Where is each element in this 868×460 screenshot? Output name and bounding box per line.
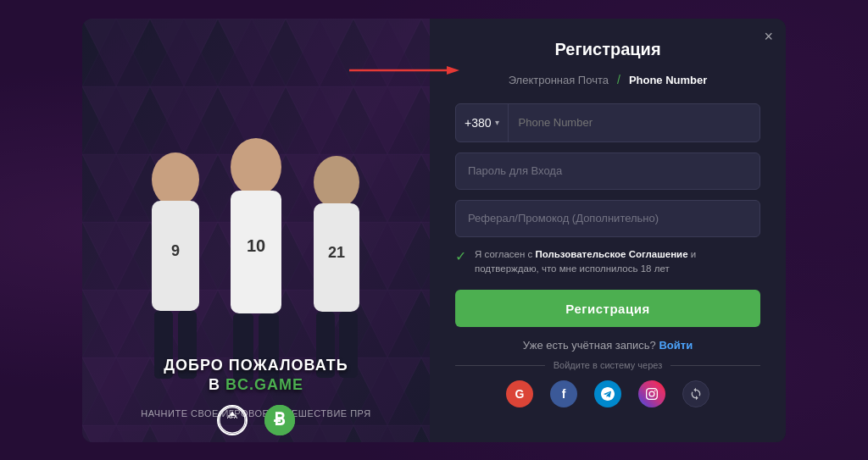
consent-text: Я согласен с Пользовательское Соглашение…	[475, 247, 760, 277]
telegram-login-button[interactable]	[594, 380, 621, 407]
svg-point-13	[314, 156, 359, 208]
logos-row: AFA Ƀ	[82, 405, 430, 435]
password-input[interactable]	[455, 152, 760, 190]
left-panel: 9 10 21 ДОБРО ПОЖАЛОВАТЬ В BC.GAME	[82, 19, 430, 442]
svg-text:Ƀ: Ƀ	[274, 410, 286, 429]
register-button[interactable]: Регистрация	[455, 290, 760, 327]
other-login-button[interactable]	[682, 380, 709, 407]
social-row: G f	[455, 380, 760, 407]
registration-modal: 9 10 21 ДОБРО ПОЖАЛОВАТЬ В BC.GAME	[82, 19, 786, 442]
players-illustration: 9 10 21	[82, 133, 430, 387]
google-login-button[interactable]: G	[506, 380, 533, 407]
svg-text:9: 9	[171, 242, 180, 259]
close-button[interactable]: ×	[764, 29, 773, 44]
modal-title: Регистрация	[455, 40, 760, 59]
svg-point-8	[231, 138, 281, 196]
tab-phone[interactable]: Phone Number	[626, 72, 710, 88]
bc-game-logo: Ƀ	[264, 405, 295, 435]
login-link[interactable]: Войти	[659, 339, 693, 352]
consent-checkmark[interactable]: ✓	[455, 248, 466, 264]
divider-row: Войдите в систему через	[455, 360, 760, 370]
svg-text:21: 21	[328, 244, 345, 261]
login-row: Уже есть учётная запись? Войти	[455, 339, 760, 352]
right-panel: × Регистрация Электронная Почта / Phone …	[430, 19, 786, 442]
divider-left	[455, 365, 545, 366]
svg-text:10: 10	[247, 236, 265, 255]
instagram-login-button[interactable]	[638, 380, 665, 407]
phone-code-value: +380	[465, 116, 492, 130]
phone-number-input[interactable]	[509, 104, 760, 141]
divider-text: Войдите в систему через	[554, 360, 662, 370]
referral-input[interactable]	[455, 200, 760, 237]
tab-email[interactable]: Электронная Почта	[505, 72, 612, 88]
tab-row: Электронная Почта / Phone Number	[455, 72, 760, 88]
welcome-text: ДОБРО ПОЖАЛОВАТЬ В BC.GAME	[82, 356, 430, 396]
modal-overlay: 9 10 21 ДОБРО ПОЖАЛОВАТЬ В BC.GAME	[0, 0, 868, 460]
consent-row: ✓ Я согласен с Пользовательское Соглашен…	[455, 247, 760, 277]
phone-code-selector[interactable]: +380 ▾	[456, 104, 509, 141]
afa-logo: AFA	[217, 405, 248, 435]
phone-input-group: +380 ▾	[455, 103, 760, 142]
chevron-down-icon: ▾	[495, 118, 499, 127]
svg-point-3	[152, 152, 199, 207]
tab-divider: /	[617, 73, 620, 86]
divider-right	[670, 365, 760, 366]
facebook-login-button[interactable]: f	[550, 380, 577, 407]
